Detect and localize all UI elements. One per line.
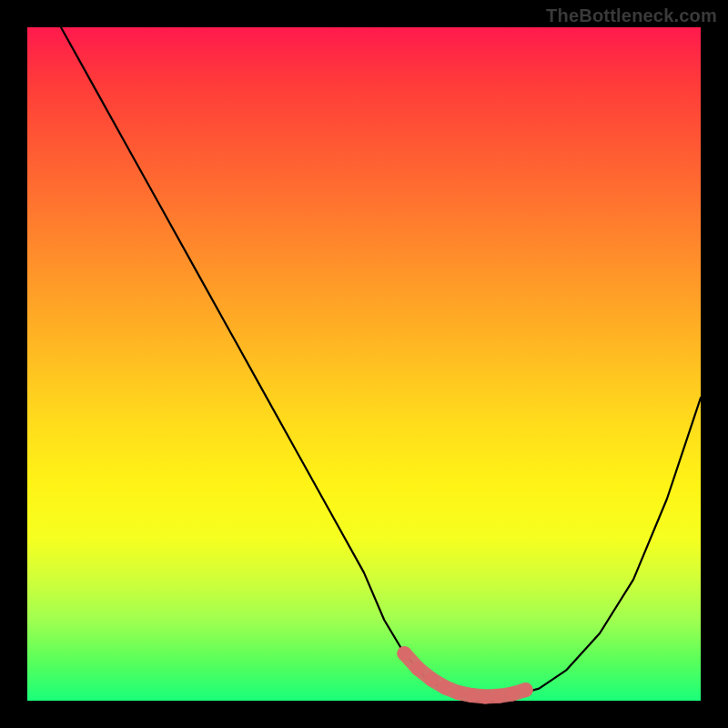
marker-dot: [410, 661, 425, 675]
marker-dot: [491, 689, 506, 703]
chart-svg: [27, 27, 701, 701]
marker-dot: [519, 682, 533, 697]
marker-dot: [464, 688, 479, 703]
chart-container: TheBottleneck.com: [0, 0, 728, 728]
marker-dot: [478, 690, 492, 704]
plot-area: [27, 27, 701, 701]
watermark-text: TheBottleneck.com: [546, 5, 717, 26]
marker-dot: [438, 680, 452, 694]
marker-dot: [424, 672, 439, 686]
marker-dot: [397, 646, 411, 661]
curve-path: [61, 27, 701, 697]
marker-dot: [505, 687, 520, 702]
curve-line: [61, 27, 701, 697]
marker-points: [397, 646, 532, 703]
marker-dot: [451, 685, 466, 700]
